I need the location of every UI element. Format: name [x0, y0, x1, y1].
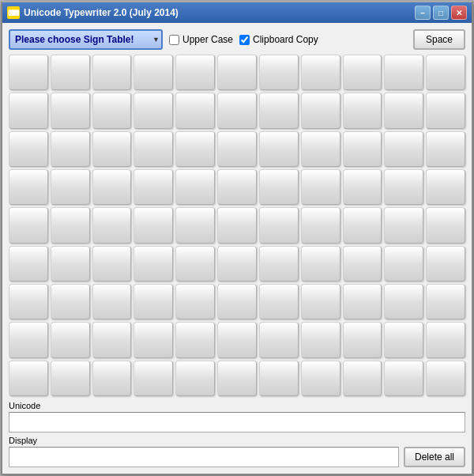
sign-table-select[interactable]: Please choose Sign Table! [9, 29, 163, 50]
char-button[interactable] [92, 284, 132, 319]
char-button[interactable] [259, 322, 299, 357]
space-button[interactable]: Space [413, 29, 465, 50]
char-button[interactable] [259, 131, 299, 167]
char-button[interactable] [259, 361, 299, 396]
char-button[interactable] [134, 55, 173, 90]
maximize-button[interactable]: □ [433, 6, 449, 20]
char-button[interactable] [301, 131, 340, 167]
char-button[interactable] [217, 207, 257, 243]
char-button[interactable] [92, 322, 132, 357]
char-button[interactable] [343, 246, 382, 281]
char-button[interactable] [134, 169, 173, 205]
char-button[interactable] [134, 284, 173, 319]
char-button[interactable] [426, 131, 465, 167]
upper-case-checkbox[interactable] [169, 35, 179, 45]
char-button[interactable] [343, 207, 382, 243]
char-button[interactable] [217, 246, 257, 281]
char-button[interactable] [92, 55, 132, 90]
char-button[interactable] [175, 93, 215, 128]
char-button[interactable] [426, 207, 465, 243]
char-button[interactable] [259, 93, 299, 128]
char-button[interactable] [343, 169, 382, 205]
char-button[interactable] [217, 322, 257, 357]
char-button[interactable] [51, 284, 90, 319]
clipboard-copy-checkbox[interactable] [239, 35, 250, 45]
char-button[interactable] [9, 322, 48, 357]
char-button[interactable] [92, 361, 132, 396]
char-button[interactable] [343, 322, 382, 357]
char-button[interactable] [343, 131, 382, 167]
char-button[interactable] [301, 284, 340, 319]
char-button[interactable] [259, 55, 299, 90]
char-button[interactable] [9, 207, 48, 243]
char-button[interactable] [134, 93, 173, 128]
char-button[interactable] [259, 207, 299, 243]
char-button[interactable] [134, 207, 173, 243]
char-button[interactable] [384, 322, 423, 357]
display-input[interactable] [9, 447, 399, 467]
char-button[interactable] [9, 246, 48, 281]
char-button[interactable] [343, 284, 382, 319]
char-button[interactable] [384, 131, 423, 167]
char-button[interactable] [51, 246, 90, 281]
char-button[interactable] [259, 246, 299, 281]
char-button[interactable] [301, 93, 340, 128]
char-button[interactable] [9, 284, 48, 319]
minimize-button[interactable]: – [415, 6, 431, 20]
char-button[interactable] [92, 207, 132, 243]
unicode-input[interactable] [9, 412, 465, 433]
char-button[interactable] [51, 322, 90, 357]
char-button[interactable] [217, 131, 257, 167]
char-button[interactable] [343, 361, 382, 396]
char-button[interactable] [217, 55, 257, 90]
char-button[interactable] [217, 284, 257, 319]
char-button[interactable] [343, 55, 382, 90]
char-button[interactable] [51, 361, 90, 396]
char-button[interactable] [217, 93, 257, 128]
char-button[interactable] [134, 322, 173, 357]
char-button[interactable] [217, 169, 257, 205]
char-button[interactable] [217, 361, 257, 396]
char-button[interactable] [384, 284, 423, 319]
char-button[interactable] [426, 55, 465, 90]
char-button[interactable] [134, 361, 173, 396]
char-button[interactable] [175, 131, 215, 167]
char-button[interactable] [301, 246, 340, 281]
char-button[interactable] [426, 322, 465, 357]
char-button[interactable] [384, 246, 423, 281]
char-button[interactable] [175, 246, 215, 281]
char-button[interactable] [92, 131, 132, 167]
char-button[interactable] [9, 169, 48, 205]
char-button[interactable] [301, 361, 340, 396]
char-button[interactable] [175, 361, 215, 396]
char-button[interactable] [426, 169, 465, 205]
char-button[interactable] [51, 207, 90, 243]
char-button[interactable] [384, 207, 423, 243]
char-button[interactable] [51, 169, 90, 205]
char-button[interactable] [301, 322, 340, 357]
char-button[interactable] [301, 55, 340, 90]
char-button[interactable] [301, 169, 340, 205]
char-button[interactable] [175, 322, 215, 357]
char-button[interactable] [51, 131, 90, 167]
char-button[interactable] [134, 131, 173, 167]
char-button[interactable] [9, 131, 48, 167]
char-button[interactable] [92, 246, 132, 281]
char-button[interactable] [134, 246, 173, 281]
char-button[interactable] [384, 361, 423, 396]
close-button[interactable]: ✕ [451, 6, 467, 20]
char-button[interactable] [9, 93, 48, 128]
char-button[interactable] [92, 169, 132, 205]
char-button[interactable] [384, 169, 423, 205]
delete-all-button[interactable]: Delete all [404, 447, 465, 467]
char-button[interactable] [301, 207, 340, 243]
char-button[interactable] [426, 93, 465, 128]
char-button[interactable] [9, 55, 48, 90]
char-button[interactable] [384, 93, 423, 128]
char-button[interactable] [9, 361, 48, 396]
char-button[interactable] [175, 169, 215, 205]
char-button[interactable] [426, 246, 465, 281]
char-button[interactable] [92, 93, 132, 128]
char-button[interactable] [259, 169, 299, 205]
char-button[interactable] [175, 207, 215, 243]
